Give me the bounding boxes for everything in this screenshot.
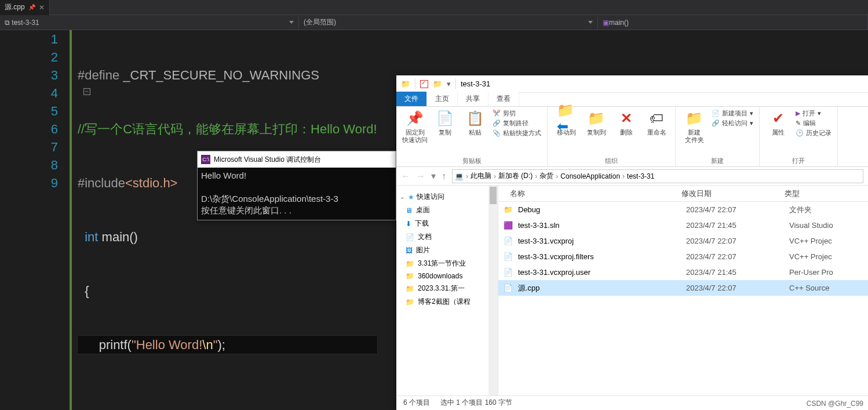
- proj-icon: 📄: [503, 237, 513, 245]
- watermark: CSDN @Ghr_C99: [807, 400, 863, 408]
- nav-scope-label: (全局范围): [304, 17, 336, 27]
- chevron-down-icon: [588, 21, 593, 24]
- folder-icon: 📁: [406, 260, 414, 268]
- pin-button[interactable]: 📌固定到 快速访问: [402, 109, 428, 144]
- back-button[interactable]: ←: [401, 171, 410, 182]
- tree-folder[interactable]: 📁360downloads: [399, 270, 495, 282]
- address-bar-row: ← → ▾ ↑ 💻› 此电脑› 新加卷 (D:)› 杂货› ConsoleApp…: [396, 167, 868, 186]
- change-indicator: [70, 30, 72, 410]
- newitem-icon: 📄: [712, 110, 720, 117]
- newitem-button[interactable]: 📄新建项目 ▾: [712, 109, 753, 118]
- delete-icon: ✕: [617, 109, 636, 128]
- close-icon[interactable]: ✕: [39, 3, 45, 12]
- easyaccess-button[interactable]: 🔗轻松访问 ▾: [712, 119, 753, 128]
- moveto-icon: 📁⬅: [557, 109, 575, 128]
- vs-tab-row: 源.cpp 📌 ✕: [0, 0, 868, 15]
- copyto-button[interactable]: 📁复制到: [583, 109, 609, 136]
- tree-desktop[interactable]: 🖥桌面: [399, 204, 495, 217]
- col-date[interactable]: 修改日期: [681, 188, 785, 199]
- history-button[interactable]: 🕑历史记录: [796, 129, 831, 137]
- moveto-button[interactable]: 📁⬅移动到: [553, 109, 579, 136]
- pasteshortcut-button[interactable]: 📎粘贴快捷方式: [493, 129, 541, 137]
- file-tab[interactable]: 源.cpp 📌 ✕: [0, 0, 50, 15]
- debug-console: C:\ Microsoft Visual Studio 调试控制台 Hello …: [197, 151, 396, 220]
- folder-icon: 📁: [406, 272, 414, 280]
- chevron-down-icon: [289, 21, 294, 24]
- console-titlebar[interactable]: C:\ Microsoft Visual Studio 调试控制台: [198, 151, 396, 168]
- tab-share[interactable]: 共享: [458, 92, 488, 106]
- col-type[interactable]: 类型: [785, 188, 868, 199]
- copy-icon: 📄: [436, 109, 454, 128]
- tab-file[interactable]: 文件: [396, 92, 427, 106]
- star-icon: ★: [408, 193, 414, 201]
- console-output: Hello Word! D:\杂货\ConsoleApplication\tes…: [198, 168, 396, 219]
- check-icon: ✔: [769, 109, 787, 128]
- rename-button[interactable]: 🏷重命名: [644, 109, 669, 136]
- pin-icon[interactable]: 📌: [28, 4, 35, 10]
- folder-icon: 📁: [433, 79, 442, 88]
- selection-info: 选中 1 个项目 160 字节: [440, 398, 512, 408]
- explorer-titlebar[interactable]: 📁 📁 ▾ test-3-31: [396, 75, 868, 93]
- explorer-title: test-3-31: [461, 79, 490, 88]
- folder-icon: 📁: [401, 79, 410, 88]
- paste-icon: 📋: [466, 109, 484, 128]
- tree-documents[interactable]: 📄文档: [399, 230, 495, 244]
- file-row[interactable]: 🟪test-3-31.sln2023/4/7 21:45Visual Studi…: [498, 217, 868, 233]
- tree-quick-access[interactable]: ⌄★快速访问: [399, 190, 495, 204]
- edit-icon: ✎: [796, 119, 801, 127]
- nav-tree[interactable]: ⌄★快速访问 🖥桌面 ⬇下载 📄文档 🖼图片 📁3.31第一节作业 📁360do…: [396, 186, 498, 396]
- document-icon: 📄: [406, 233, 414, 241]
- breadcrumb[interactable]: 💻› 此电脑› 新加卷 (D:)› 杂货› ConsoleApplication…: [452, 169, 863, 183]
- fold-toggle[interactable]: −: [83, 88, 90, 95]
- status-bar: 6 个项目 选中 1 个项目 160 字节: [396, 396, 868, 409]
- item-count: 6 个项目: [403, 398, 430, 408]
- copy-button[interactable]: 📄复制: [432, 109, 458, 136]
- easyaccess-icon: 🔗: [712, 119, 720, 127]
- chevron-down-icon[interactable]: ▾: [447, 79, 451, 88]
- file-list: 名称 修改日期 类型 📁Debug2023/4/7 22:07文件夹🟪test-…: [498, 186, 868, 396]
- nav-scope-dropdown[interactable]: (全局范围): [299, 15, 598, 30]
- file-row[interactable]: 📄源.cpp2023/4/7 22:07C++ Source: [498, 280, 868, 296]
- tree-pictures[interactable]: 🖼图片: [399, 244, 495, 257]
- delete-button[interactable]: ✕删除: [614, 109, 639, 136]
- folder-icon: 📁: [406, 285, 414, 293]
- file-row[interactable]: 📄test-3-31.vcxproj.user2023/4/7 21:45Per…: [498, 264, 868, 280]
- edit-button[interactable]: ✎编辑: [796, 119, 816, 128]
- tree-folder[interactable]: 📁2023.3.31.第一: [399, 282, 495, 295]
- cube-icon: ▣: [603, 19, 609, 27]
- ribbon-tabs: 文件 主页 共享 查看: [396, 93, 868, 107]
- properties-button[interactable]: ✔属性: [765, 109, 791, 136]
- scrollbar[interactable]: [488, 186, 498, 396]
- chevron-down-icon[interactable]: ▾: [431, 170, 436, 182]
- nav-func-dropdown[interactable]: ▣ main(): [598, 15, 868, 30]
- file-explorer: 📁 📁 ▾ test-3-31 文件 主页 共享 查看 📌固定到 快速访问 📄复…: [396, 75, 868, 410]
- tree-folder[interactable]: 📁博客2截图（课程: [399, 295, 495, 309]
- console-title-text: Microsoft Visual Studio 调试控制台: [214, 155, 321, 165]
- tab-view[interactable]: 查看: [488, 92, 519, 106]
- tab-home[interactable]: 主页: [427, 92, 458, 106]
- paste-button[interactable]: 📋粘贴: [462, 109, 488, 136]
- pin-icon: 📌: [406, 109, 424, 128]
- forward-button[interactable]: →: [416, 171, 425, 182]
- checkbox-icon[interactable]: [420, 80, 428, 88]
- copypath-button[interactable]: 🔗复制路径: [493, 119, 528, 128]
- column-headers[interactable]: 名称 修改日期 类型: [498, 186, 868, 202]
- cpp-icon: ⧉: [5, 19, 10, 27]
- tree-folder[interactable]: 📁3.31第一节作业: [399, 257, 495, 270]
- newfolder-button[interactable]: 📁新建 文件夹: [681, 109, 707, 144]
- line-gutter: 12 34 56 78 9: [0, 30, 70, 410]
- vs-nav-bar: ⧉ test-3-31 (全局范围) ▣ main(): [0, 15, 868, 30]
- up-button[interactable]: ↑: [442, 171, 446, 182]
- scissors-icon: ✂️: [493, 110, 501, 117]
- file-row[interactable]: 📄test-3-31.vcxproj2023/4/7 22:07VC++ Pro…: [498, 233, 868, 249]
- col-name[interactable]: 名称: [498, 188, 681, 199]
- nav-project-dropdown[interactable]: ⧉ test-3-31: [0, 15, 299, 30]
- file-row[interactable]: 📁Debug2023/4/7 22:07文件夹: [498, 202, 868, 217]
- path-icon: 🔗: [493, 119, 501, 127]
- file-row[interactable]: 📄test-3-31.vcxproj.filters2023/4/7 22:07…: [498, 249, 868, 264]
- tree-downloads[interactable]: ⬇下载: [399, 217, 495, 230]
- open-icon: ▶: [796, 110, 800, 117]
- nav-func-label: main(): [609, 19, 629, 27]
- cut-button[interactable]: ✂️剪切: [493, 109, 516, 118]
- open-button[interactable]: ▶打开 ▾: [796, 109, 821, 118]
